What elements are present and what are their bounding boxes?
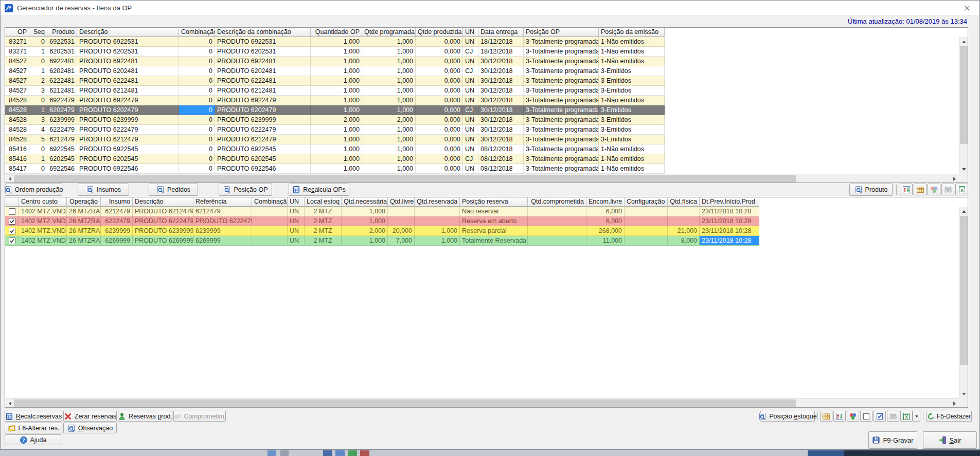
scroll-thumb[interactable]: [960, 46, 968, 144]
cell-qtde_prog[interactable]: 1,000: [362, 144, 416, 154]
cell-qtd_reservada[interactable]: 1,000: [415, 226, 460, 235]
table-row[interactable]: 8452706922481PRODUTO 69224810PRODUTO 692…: [5, 57, 665, 66]
column-header-operacao[interactable]: Operação: [67, 197, 101, 207]
cell-posicao_emissao[interactable]: 1-Não emitidos: [599, 154, 665, 163]
cell-seq[interactable]: 2: [29, 76, 47, 85]
cell-configuracao[interactable]: [625, 226, 668, 235]
cell-un[interactable]: CJ: [463, 47, 478, 56]
cell-data_entrega[interactable]: 30/12/2018: [478, 115, 524, 124]
cell-local_estoq[interactable]: 2 MTZ: [305, 236, 342, 245]
table-row[interactable]: 1402 MTZ.VND26 MTZRA6239999PRODUTO 62399…: [5, 226, 759, 236]
cell-desc_comb[interactable]: PRODUTO 6202545: [215, 154, 311, 163]
column-header-qtde_prog[interactable]: Qtde programada: [362, 28, 416, 37]
scroll-right-icon[interactable]: [950, 399, 959, 408]
cell-qtde_prog[interactable]: 1,000: [362, 37, 416, 46]
tab-pedidos[interactable]: Pedidos: [149, 184, 198, 196]
posicao-estoque-button[interactable]: Posição estoque: [760, 411, 815, 422]
cell-data_entrega[interactable]: 30/12/2018: [478, 96, 524, 105]
cell-posicao_emissao[interactable]: 1-Não emitidos: [599, 57, 665, 66]
table-row[interactable]: 1402 MTZ.VND26 MTZRA6269999PRODUTO 62699…: [5, 236, 759, 246]
cell-descricao[interactable]: PRODUTO 6222481: [77, 76, 179, 85]
cell-data_entrega[interactable]: 30/12/2018: [478, 105, 524, 115]
produto-button[interactable]: Produto: [849, 184, 893, 196]
cell-un[interactable]: UN: [463, 135, 478, 144]
cell-data_entrega[interactable]: 08/12/2018: [478, 144, 524, 154]
cell-qtd_comprometida[interactable]: [528, 216, 586, 226]
cell-qtde_prod[interactable]: 0,000: [416, 125, 463, 134]
cell-qtd_op[interactable]: 1,000: [311, 57, 362, 66]
tab-insumos[interactable]: Insumos: [78, 184, 129, 196]
horizontal-scrollbar[interactable]: [5, 398, 959, 407]
column-header-qtd_fisica[interactable]: Qtd.física: [668, 197, 700, 207]
cell-posicao_emissao[interactable]: 3-Emitidos: [599, 115, 665, 124]
cell-qtd_comprometida[interactable]: [528, 236, 586, 245]
cell-produto[interactable]: 6222481: [47, 76, 77, 85]
row-checkbox-unchecked[interactable]: [9, 208, 15, 215]
cell-posicao_emissao[interactable]: 3-Emitidos: [599, 105, 665, 115]
cell-operacao[interactable]: 26 MTZRA: [67, 207, 101, 216]
cell-posicao_emissao[interactable]: 1-Não emitidos: [599, 144, 665, 154]
cell-combinacao[interactable]: 0: [179, 47, 215, 56]
cell-insumo[interactable]: 6239999: [101, 226, 133, 235]
cell-dt_prev[interactable]: 23/11/2018 10:28: [700, 236, 759, 245]
column-header-posicao_reserva[interactable]: Posição reserva: [460, 197, 528, 207]
cell-combinacao[interactable]: 0: [179, 76, 215, 85]
cell-op[interactable]: 84527: [5, 57, 29, 66]
cell-qtd_op[interactable]: 1,000: [311, 105, 362, 115]
table-row[interactable]: 8452716202481PRODUTO 62024810PRODUTO 620…: [5, 66, 665, 76]
grid-settings-button[interactable]: [914, 184, 926, 195]
cell-combinacao[interactable]: 0: [179, 37, 215, 46]
column-header-dt_prev[interactable]: Dt.Prev.Início.Prod: [700, 197, 759, 207]
observacao-button[interactable]: Observação: [63, 423, 117, 433]
cell-data_entrega[interactable]: 30/12/2018: [478, 76, 524, 85]
cell-un[interactable]: UN: [288, 207, 305, 216]
cell-seq[interactable]: 0: [29, 37, 47, 46]
cell-posicao_reserva[interactable]: Totalmente Reservada: [460, 236, 528, 245]
column-header-seq[interactable]: Seq: [29, 28, 47, 37]
cell-un[interactable]: UN: [463, 76, 478, 85]
cell-op[interactable]: 84528: [5, 125, 29, 134]
column-header-data_entrega[interactable]: Data entrega: [478, 28, 524, 37]
column-header-qtde_prod[interactable]: Qtde produzida: [416, 28, 463, 37]
cell-posicao_op[interactable]: 3-Totalmente programada: [524, 96, 599, 105]
cell-seq[interactable]: 1: [29, 105, 47, 115]
cell-qtd_comprometida[interactable]: [528, 207, 586, 216]
cell-data_entrega[interactable]: 18/12/2018: [478, 47, 524, 56]
cell-posicao_op[interactable]: 3-Totalmente programada: [524, 57, 599, 66]
zerar-reservas-button[interactable]: Zerar reservas: [63, 411, 117, 422]
cell-produto[interactable]: 6202479: [47, 105, 77, 115]
cell-posicao_reserva[interactable]: Reserva parcial: [460, 226, 528, 235]
cell-data_entrega[interactable]: 30/12/2018: [478, 86, 524, 95]
column-header-combinacao[interactable]: Combinação: [252, 197, 288, 207]
cell-produto[interactable]: 6922545: [47, 144, 77, 154]
column-header-descricao[interactable]: Descrição: [133, 197, 193, 207]
cell-desc_comb[interactable]: PRODUTO 6922531: [215, 37, 311, 46]
sort-order-button[interactable]: [833, 411, 846, 422]
cell-qtde_prog[interactable]: 2,000: [362, 115, 416, 124]
column-header-un[interactable]: UN: [463, 28, 478, 37]
cell-posicao_op[interactable]: 3-Totalmente programada: [524, 164, 599, 173]
cell-qtd_comprometida[interactable]: [528, 226, 586, 235]
cell-seq[interactable]: 1: [29, 154, 47, 163]
column-header-combinacao[interactable]: Combinação: [179, 28, 215, 37]
cell-qtde_prog[interactable]: 1,000: [362, 57, 416, 66]
cell-qtd_fisica[interactable]: 21,000: [668, 226, 700, 235]
cell-check[interactable]: [5, 216, 19, 226]
cell-descricao[interactable]: PRODUTO 6239999: [133, 226, 193, 235]
cell-seq[interactable]: 1: [29, 47, 47, 56]
cell-dt_prev[interactable]: 23/11/2018 10:28: [700, 226, 759, 235]
cell-descricao[interactable]: PRODUTO 6212479: [77, 135, 179, 144]
cell-posicao_op[interactable]: 3-Totalmente programada: [524, 47, 599, 56]
f6-alterar-res-button[interactable]: F6-Alterar res.: [5, 423, 62, 433]
table-row[interactable]: 8452856212479PRODUTO 62124790PRODUTO 621…: [5, 135, 665, 144]
column-header-configuracao[interactable]: Configuração: [625, 197, 668, 207]
cell-posicao_emissao[interactable]: 3-Emitidos: [599, 66, 665, 76]
cell-un[interactable]: CJ: [463, 105, 478, 115]
cell-posicao_emissao[interactable]: 3-Emitidos: [599, 76, 665, 85]
f5-desfazer-button[interactable]: F5-Desfazer: [926, 411, 972, 422]
cell-insumo[interactable]: 6222479: [101, 216, 133, 226]
cell-data_entrega[interactable]: 30/12/2018: [478, 66, 524, 76]
cell-un[interactable]: UN: [288, 216, 305, 226]
export-options-button[interactable]: [913, 411, 920, 422]
cell-combinacao[interactable]: [252, 236, 288, 245]
